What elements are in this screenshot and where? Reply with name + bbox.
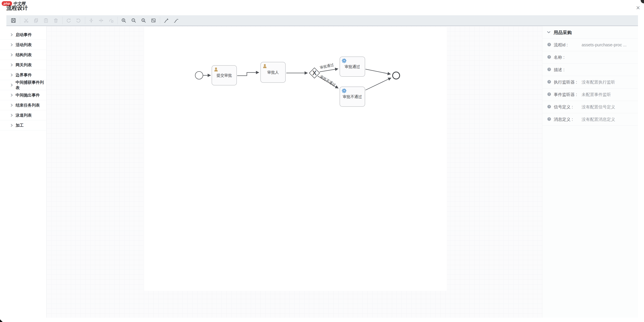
sidebar-item-activity-list[interactable]: 活动列表 <box>0 40 46 50</box>
redo-button <box>65 17 72 25</box>
save-button[interactable] <box>10 17 17 25</box>
gear-icon <box>342 58 347 64</box>
corner-decoration <box>641 0 644 3</box>
task-submit-approval[interactable]: 提交审批 <box>212 65 237 85</box>
zoom-reset-button[interactable]: 1 <box>140 17 147 25</box>
save-icon <box>11 18 16 23</box>
sidebar-item-intermediate-throw-events[interactable]: 中间抛出事件 <box>0 90 46 100</box>
chevron-right-icon <box>10 124 13 127</box>
task-approval-passed[interactable]: 审批通过 <box>340 57 365 77</box>
gateway-x-symbol: X <box>312 70 317 77</box>
svg-text:?: ? <box>548 56 550 58</box>
delete-icon <box>53 18 58 23</box>
align-vertical-button <box>88 17 95 25</box>
exclusive-gateway-node[interactable]: X <box>309 68 320 78</box>
task-approver[interactable]: 审批人 <box>260 62 286 83</box>
designer-toolbar: 1 <box>6 15 638 26</box>
task-approval-rejected[interactable]: 审批不通过 <box>340 87 365 107</box>
property-row-event-listener[interactable]: ? 事件监听器 : 未配置事件监听 <box>542 88 638 101</box>
add-flow-icon <box>164 18 169 23</box>
designer-canvas-grid[interactable]: X 提交审批 审批人 <box>46 26 542 318</box>
end-event-node[interactable] <box>392 72 400 79</box>
sidebar-item-processing[interactable]: 加工 <box>0 120 46 130</box>
svg-text:?: ? <box>548 93 550 96</box>
question-icon: ? <box>547 42 552 48</box>
toolbar-divider <box>160 17 160 24</box>
sidebar-item-swimlane-list[interactable]: 泳道列表 <box>0 110 46 120</box>
fit-screen-button[interactable] <box>150 17 157 25</box>
sidebar-item-structure-list[interactable]: 结构列表 <box>0 50 46 60</box>
question-icon: ? <box>547 104 552 110</box>
property-row-message-definition[interactable]: ? 消息定义 : 没有配置消息定义 <box>542 113 638 126</box>
align-horizontal-button <box>98 17 105 25</box>
undo-button <box>75 17 82 25</box>
svg-text:?: ? <box>548 43 550 46</box>
chevron-right-icon <box>10 53 13 57</box>
property-row-name[interactable]: ? 名称 : <box>542 51 638 64</box>
sidebar-item-end-task-list[interactable]: 结束任务列表 <box>0 100 46 110</box>
flow-rejected-to-end[interactable] <box>366 78 391 90</box>
property-row-signal-definition[interactable]: ? 信号定义 : 没有配置信号定义 <box>542 101 638 113</box>
sidebar-item-gateway-list[interactable]: 网关列表 <box>0 60 46 70</box>
user-icon <box>262 64 267 69</box>
chevron-right-icon <box>10 43 13 47</box>
toolbar-divider <box>118 17 118 24</box>
process-id-value: assets-purchase-proc ... <box>582 43 626 47</box>
chevron-right-icon <box>10 104 13 107</box>
message-definition-value: 没有配置消息定义 <box>582 117 615 122</box>
delete-button <box>52 17 60 25</box>
question-icon: ? <box>547 67 552 72</box>
question-icon: ? <box>547 117 552 122</box>
bottom-corner-mark <box>0 319 3 322</box>
fit-screen-icon <box>151 18 156 23</box>
chevron-right-icon <box>10 33 13 37</box>
align-vertical-icon <box>88 18 94 23</box>
execution-listener-value: 没有配置执行监听 <box>582 79 615 85</box>
element-palette-sidebar: 启动事件 活动列表 结构列表 网关列表 边界事件 中间捕获事件列表 中间抛出事件… <box>0 26 46 318</box>
page-title: 流程设计 <box>6 4 28 12</box>
close-icon[interactable]: × <box>636 4 640 11</box>
chevron-right-icon <box>10 94 13 97</box>
property-row-description[interactable]: ? 描述 : <box>542 64 638 76</box>
flow-approved-to-end[interactable] <box>366 69 390 74</box>
paste-button <box>42 17 50 25</box>
properties-panel: 用品采购 ? 流程id : assets-purchase-proc ... ?… <box>542 26 638 318</box>
event-listener-value: 未配置事件监听 <box>582 92 611 97</box>
flow-submit-to-approver[interactable] <box>237 73 259 76</box>
zoom-out-button[interactable] <box>130 17 137 25</box>
svg-text:1: 1 <box>142 19 144 22</box>
start-event-node[interactable] <box>195 72 203 79</box>
align-horizontal-icon <box>98 18 104 23</box>
sidebar-item-start-events[interactable]: 启动事件 <box>0 30 46 40</box>
sequence-flows-layer: X <box>144 27 447 291</box>
svg-text:?: ? <box>548 105 550 108</box>
sidebar-item-intermediate-catch-events[interactable]: 中间捕获事件列表 <box>0 80 46 90</box>
svg-text:?: ? <box>548 118 550 120</box>
toolbar-divider <box>85 17 85 24</box>
connector-tool-button <box>107 17 115 25</box>
sidebar-item-boundary-events[interactable]: 边界事件 <box>0 70 46 80</box>
cut-button <box>22 17 30 25</box>
chevron-down-icon <box>547 31 550 34</box>
chevron-right-icon <box>10 83 13 87</box>
chevron-right-icon <box>10 114 13 117</box>
add-flow-button[interactable] <box>162 17 170 25</box>
question-icon: ? <box>547 55 552 60</box>
process-name-title: 用品采购 <box>554 30 572 36</box>
svg-text:?: ? <box>548 68 550 71</box>
copy-icon <box>33 18 39 23</box>
paste-icon <box>43 18 49 23</box>
zoom-out-icon <box>131 18 136 23</box>
zoom-in-button[interactable] <box>120 17 128 25</box>
connector-tool-icon <box>108 18 114 23</box>
process-canvas[interactable]: X 提交审批 审批人 <box>144 27 447 291</box>
gear-icon <box>342 88 347 94</box>
property-row-process-id[interactable]: ? 流程id : assets-purchase-proc ... <box>542 39 638 51</box>
process-properties-header[interactable]: 用品采购 <box>542 26 638 39</box>
question-icon: ? <box>547 80 552 85</box>
remove-flow-button[interactable] <box>172 17 180 25</box>
undo-icon <box>76 18 81 23</box>
signal-definition-value: 没有配置信号定义 <box>582 104 615 110</box>
zoom-in-icon <box>121 18 126 23</box>
property-row-execution-listener[interactable]: ? 执行监听器 : 没有配置执行监听 <box>542 76 638 88</box>
